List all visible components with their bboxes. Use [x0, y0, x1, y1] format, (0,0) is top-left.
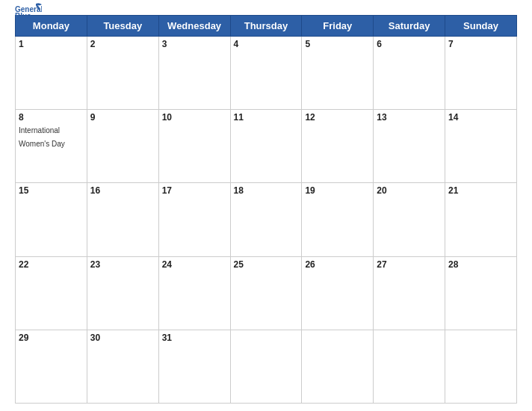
day-number: 30 [90, 333, 155, 343]
calendar-day-cell: 18 [230, 183, 302, 256]
day-number: 10 [162, 112, 227, 123]
day-number: 6 [377, 39, 442, 49]
day-number: 16 [90, 185, 155, 196]
day-number: 21 [448, 185, 513, 196]
day-number: 2 [90, 39, 155, 49]
day-number: 12 [305, 112, 370, 123]
day-number: 8 [19, 112, 84, 123]
day-number: 28 [448, 259, 513, 270]
calendar-day-cell: 11 [230, 110, 302, 183]
weekday-header-tuesday: Tuesday [87, 16, 158, 37]
calendar-day-cell: 8International Women's Day [16, 110, 87, 183]
calendar-week-row: 22232425262728 [16, 256, 517, 330]
day-number: 17 [162, 185, 227, 196]
day-number: 27 [377, 259, 442, 270]
day-number: 1 [19, 39, 84, 49]
calendar-day-cell: 23 [87, 256, 158, 330]
calendar-day-cell [374, 330, 445, 403]
calendar-day-cell: 28 [445, 256, 517, 330]
day-number: 22 [19, 259, 84, 270]
day-number: 24 [162, 259, 227, 270]
calendar-day-cell: 7 [445, 37, 517, 110]
calendar-header-row: MondayTuesdayWednesdayThursdayFridaySatu… [16, 16, 517, 37]
calendar-day-cell: 29 [16, 330, 87, 403]
day-number: 20 [377, 185, 442, 196]
calendar-day-cell: 2 [87, 37, 158, 110]
calendar-day-cell: 30 [87, 330, 158, 403]
calendar-day-cell: 25 [230, 256, 302, 330]
calendar-day-cell [302, 330, 374, 403]
calendar-day-cell: 19 [302, 183, 374, 256]
calendar-day-cell: 1 [16, 37, 87, 110]
svg-text:Blue: Blue [15, 12, 31, 19]
calendar-day-cell: 4 [230, 37, 302, 110]
weekday-header-saturday: Saturday [374, 16, 445, 37]
weekday-header-sunday: Sunday [445, 16, 517, 37]
calendar-day-cell: 20 [374, 183, 445, 256]
day-number: 13 [377, 112, 442, 123]
day-number: 5 [305, 39, 370, 49]
calendar-day-cell: 24 [158, 256, 230, 330]
calendar-day-cell: 14 [445, 110, 517, 183]
weekday-header-wednesday: Wednesday [158, 16, 230, 37]
calendar-day-cell: 21 [445, 183, 517, 256]
calendar-week-row: 8International Women's Day91011121314 [16, 110, 517, 183]
weekday-header-thursday: Thursday [230, 16, 302, 37]
calendar-day-cell: 27 [374, 256, 445, 330]
day-number: 25 [234, 259, 299, 270]
calendar-day-cell: 17 [158, 183, 230, 256]
day-number: 19 [305, 185, 370, 196]
calendar-day-cell: 22 [16, 256, 87, 330]
calendar-week-row: 15161718192021 [16, 183, 517, 256]
calendar-day-cell: 15 [16, 183, 87, 256]
calendar-week-row: 293031 [16, 330, 517, 403]
calendar-day-cell: 16 [87, 183, 158, 256]
day-number: 15 [19, 185, 84, 196]
day-number: 29 [19, 333, 84, 343]
day-number: 4 [234, 39, 299, 49]
day-number: 18 [234, 185, 299, 196]
calendar-day-cell [230, 330, 302, 403]
calendar-week-row: 1234567 [16, 37, 517, 110]
calendar-table: MondayTuesdayWednesdayThursdayFridaySatu… [15, 15, 517, 404]
day-number: 11 [234, 112, 299, 123]
weekday-header-friday: Friday [302, 16, 374, 37]
calendar-day-cell: 12 [302, 110, 374, 183]
calendar-day-cell: 10 [158, 110, 230, 183]
day-number: 3 [162, 39, 227, 49]
calendar-day-cell: 13 [374, 110, 445, 183]
logo-icon: General Blue [15, 2, 42, 19]
event-label: International Women's Day [19, 126, 65, 148]
day-number: 14 [448, 112, 513, 123]
logo: General Blue [15, 2, 42, 19]
calendar-day-cell: 5 [302, 37, 374, 110]
day-number: 9 [90, 112, 155, 123]
day-number: 31 [162, 333, 227, 343]
calendar-day-cell: 26 [302, 256, 374, 330]
calendar-day-cell: 3 [158, 37, 230, 110]
day-number: 23 [90, 259, 155, 270]
calendar-day-cell: 9 [87, 110, 158, 183]
calendar-day-cell [445, 330, 517, 403]
calendar-day-cell: 31 [158, 330, 230, 403]
day-number: 7 [448, 39, 513, 49]
day-number: 26 [305, 259, 370, 270]
calendar-day-cell: 6 [374, 37, 445, 110]
